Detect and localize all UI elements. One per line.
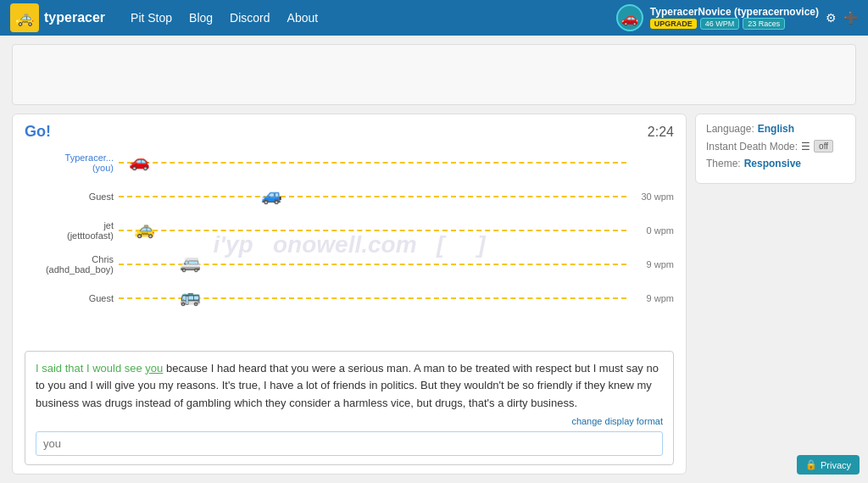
theme-label: Theme: — [706, 158, 741, 169]
nav-discord[interactable]: Discord — [230, 11, 270, 25]
track-line — [119, 162, 626, 164]
upgrade-badge[interactable]: UPGRADE — [650, 19, 697, 29]
logo-area[interactable]: 🚕 typeracer — [10, 3, 105, 32]
logo-text: typeracer — [44, 10, 105, 25]
typed-text: I said that I would see — [36, 362, 145, 375]
idm-toggle[interactable]: off — [814, 140, 833, 153]
car-4: 🚐 — [180, 253, 201, 273]
track: 🚌 — [119, 283, 626, 314]
racer-name: Guest — [25, 293, 114, 303]
change-display-format[interactable]: change display format — [36, 416, 663, 426]
racer-name: Guest — [25, 192, 114, 202]
race-text: I said that I would see you because I ha… — [36, 360, 663, 413]
user-badges: UPGRADE 46 WPM 23 Races — [650, 18, 819, 30]
race-sidebar: Language: English Instant Death Mode: ☰ … — [695, 114, 856, 475]
track: 🚕 — [119, 215, 626, 246]
track-line — [119, 196, 626, 197]
user-info: TyperacerNovice (typeracernovice) UPGRAD… — [650, 6, 819, 30]
racer-name: Chris(adhd_bad_boy) — [25, 254, 114, 275]
language-row: Language: English — [706, 123, 845, 135]
racer-row: Guest 🚙 30 wpm — [25, 181, 674, 212]
car-2: 🚙 — [261, 185, 282, 205]
theme-value[interactable]: Responsive — [744, 158, 801, 169]
privacy-icon: 🔒 — [805, 459, 817, 470]
language-label: Language: — [706, 123, 754, 135]
car-5: 🚌 — [180, 286, 201, 307]
nav-about[interactable]: About — [287, 11, 319, 25]
car-3: 🚕 — [134, 219, 155, 239]
idm-label: Instant Death Mode: — [706, 141, 798, 153]
typing-input[interactable] — [36, 431, 663, 456]
races-badge: 23 Races — [743, 18, 785, 30]
ad-banner — [12, 44, 856, 105]
username: TyperacerNovice (typeracernovice) — [650, 6, 819, 18]
car-1: 🚗 — [129, 151, 150, 171]
track-line — [119, 230, 626, 231]
wpm-badge: 46 WPM — [700, 18, 740, 30]
racer-row: jet(jetttoofast) 🚕 0 wpm — [25, 215, 674, 246]
privacy-label: Privacy — [821, 460, 851, 470]
racer-row: Chris(adhd_bad_boy) 🚐 9 wpm — [25, 249, 674, 280]
wpm-2: 30 wpm — [632, 192, 674, 202]
header: 🚕 typeracer Pit Stop Blog Discord About … — [0, 0, 868, 36]
track: 🚐 — [119, 249, 626, 280]
nav-blog[interactable]: Blog — [189, 11, 213, 25]
race-area: Go! 2:24 i'yp onowell.com [ ] Typeracer.… — [12, 114, 856, 475]
racer-name: Typeracer...(you) — [25, 153, 114, 173]
language-value[interactable]: English — [758, 123, 794, 135]
text-area: I said that I would see you because I ha… — [25, 351, 674, 465]
tracks-wrapper: i'yp onowell.com [ ] Typeracer...(you) 🚗… — [25, 147, 674, 342]
idm-row: Instant Death Mode: ☰ off — [706, 140, 845, 153]
track: 🚙 — [119, 181, 626, 212]
racer-row: Typeracer...(you) 🚗 — [25, 147, 674, 178]
logo-icon: 🚕 — [10, 3, 39, 32]
racer-name: jet(jetttoofast) — [25, 220, 114, 241]
racer-row: Guest 🚌 9 wpm — [25, 283, 674, 314]
track: 🚗 — [119, 147, 626, 178]
wpm-5: 9 wpm — [632, 293, 674, 303]
settings-panel: Language: English Instant Death Mode: ☰ … — [695, 114, 856, 184]
nav-pitstop[interactable]: Pit Stop — [131, 11, 172, 25]
go-label: Go! — [25, 123, 51, 141]
plus-icon[interactable]: ➕ — [843, 11, 858, 25]
race-main: Go! 2:24 i'yp onowell.com [ ] Typeracer.… — [12, 114, 687, 475]
timer: 2:24 — [648, 125, 674, 140]
theme-row: Theme: Responsive — [706, 158, 845, 169]
current-word: you — [145, 362, 163, 375]
race-header: Go! 2:24 — [25, 123, 674, 141]
user-area: 🚗 TyperacerNovice (typeracernovice) UPGR… — [616, 4, 858, 31]
wpm-3: 0 wpm — [632, 225, 674, 236]
content: Go! 2:24 i'yp onowell.com [ ] Typeracer.… — [0, 36, 868, 483]
privacy-button[interactable]: 🔒 Privacy — [797, 455, 860, 475]
wpm-4: 9 wpm — [632, 259, 674, 269]
gear-icon[interactable]: ⚙ — [826, 11, 837, 25]
avatar: 🚗 — [616, 4, 643, 31]
